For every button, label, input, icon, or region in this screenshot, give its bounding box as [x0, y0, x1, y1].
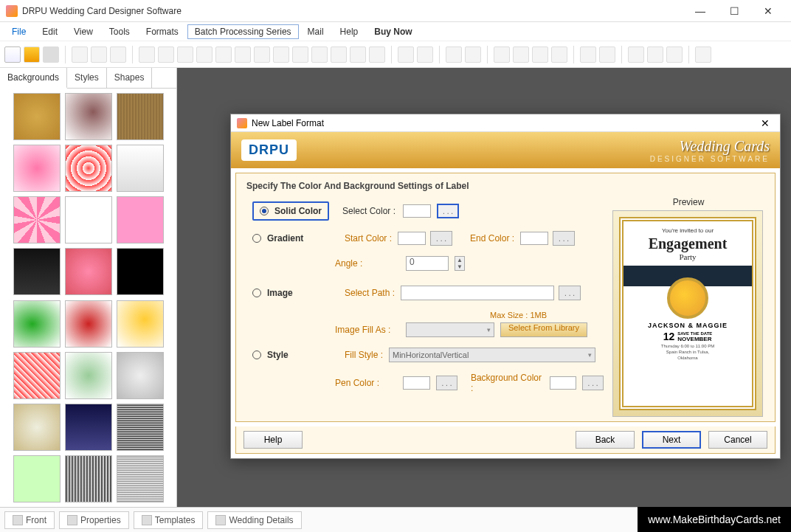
maximize-button[interactable]: ☐ — [717, 0, 751, 22]
angle-input[interactable]: 0 — [406, 256, 449, 271]
align-left-icon[interactable] — [494, 46, 510, 63]
tab-shapes[interactable]: Shapes — [107, 68, 153, 88]
image-fill-select[interactable]: ▾ — [406, 322, 494, 337]
save-icon[interactable] — [72, 46, 88, 63]
save-as-icon[interactable] — [91, 46, 107, 63]
bg-thumb[interactable] — [65, 196, 112, 243]
zoom-icon[interactable] — [695, 46, 711, 63]
menu-view[interactable]: View — [66, 24, 100, 39]
image-icon[interactable] — [254, 46, 270, 63]
radio-solid-color[interactable] — [260, 207, 269, 215]
tab-backgrounds[interactable]: Backgrounds — [0, 68, 67, 89]
mail-icon[interactable] — [369, 46, 385, 63]
menu-tools[interactable]: Tools — [102, 24, 137, 39]
menu-batch-processing[interactable]: Batch Processing Series — [187, 24, 299, 39]
bg-thumb[interactable] — [65, 352, 112, 399]
menu-edit[interactable]: Edit — [35, 24, 65, 39]
help-button[interactable]: Help — [243, 431, 303, 449]
path-input[interactable] — [401, 286, 554, 300]
pen-color-picker-button[interactable]: . . . — [436, 376, 457, 390]
bg-thumb[interactable] — [117, 145, 164, 192]
bg-thumb[interactable] — [117, 300, 164, 348]
bg-thumb[interactable] — [65, 455, 112, 502]
select-from-library-button[interactable]: Select From Library — [500, 322, 587, 337]
bg-thumb[interactable] — [65, 404, 112, 451]
bg-thumb[interactable] — [117, 248, 164, 295]
bg-thumb[interactable] — [65, 300, 112, 348]
dialog-close-button[interactable]: ✕ — [756, 117, 774, 129]
radio-image[interactable] — [252, 289, 261, 297]
solid-color-picker-button[interactable]: . . . — [437, 204, 459, 218]
paste-icon[interactable] — [196, 46, 213, 63]
bg-thumb[interactable] — [13, 248, 61, 295]
bg-thumb[interactable] — [13, 93, 61, 140]
undo-icon[interactable] — [446, 46, 462, 63]
bg-thumb[interactable] — [13, 404, 61, 451]
tab-properties[interactable]: Properties — [59, 511, 129, 529]
watermark-icon[interactable] — [331, 46, 347, 63]
bg-thumb[interactable] — [117, 196, 164, 243]
close-doc-icon[interactable] — [43, 46, 59, 63]
angle-spinner[interactable]: ▲▼ — [455, 256, 465, 271]
bg-thumb[interactable] — [65, 248, 112, 295]
cancel-button[interactable]: Cancel — [708, 431, 767, 449]
group-icon[interactable] — [551, 46, 567, 63]
next-button[interactable]: Next — [642, 431, 701, 449]
database-icon[interactable] — [398, 46, 414, 63]
barcode-icon[interactable] — [292, 46, 308, 63]
bg-color-picker-button[interactable]: . . . — [582, 376, 604, 390]
bg-thumb[interactable] — [13, 352, 61, 399]
send-back-icon[interactable] — [599, 46, 615, 63]
bg-thumb[interactable] — [117, 93, 164, 140]
menu-file[interactable]: File — [4, 24, 33, 39]
pen-icon[interactable] — [235, 46, 251, 63]
open-icon[interactable] — [24, 46, 40, 63]
dialog-icon — [237, 118, 247, 128]
bg-thumb[interactable] — [117, 352, 164, 399]
copy-icon[interactable] — [177, 46, 193, 63]
bg-thumb[interactable] — [13, 196, 61, 243]
align-right-icon[interactable] — [532, 46, 548, 63]
menu-mail[interactable]: Mail — [300, 24, 331, 39]
export-icon[interactable] — [110, 46, 126, 63]
data-icon[interactable] — [417, 46, 433, 63]
bg-thumb[interactable] — [13, 300, 61, 348]
menu-help[interactable]: Help — [333, 24, 366, 39]
tab-templates[interactable]: Templates — [134, 511, 204, 529]
fill-style-select[interactable]: MinHorizontalVertical▾ — [389, 348, 595, 362]
redo-icon[interactable] — [465, 46, 481, 63]
print-icon[interactable] — [158, 46, 174, 63]
menu-buy-now[interactable]: Buy Now — [367, 24, 419, 39]
print-setup-icon[interactable] — [139, 46, 155, 63]
bg-thumb[interactable] — [13, 145, 61, 192]
shape-icon[interactable] — [273, 46, 289, 63]
cut-icon[interactable] — [215, 46, 232, 63]
text-icon[interactable] — [311, 46, 328, 63]
tab-wedding-details[interactable]: Wedding Details — [207, 511, 301, 529]
wedding-icon — [215, 515, 226, 525]
label-select-color: Select Color : — [342, 206, 396, 216]
actual-icon[interactable] — [666, 46, 683, 63]
grid-icon[interactable] — [628, 46, 644, 63]
start-color-picker-button[interactable]: . . . — [430, 231, 452, 246]
radio-gradient[interactable] — [252, 234, 261, 243]
browse-path-button[interactable]: . . . — [559, 286, 581, 300]
back-button[interactable]: Back — [576, 431, 635, 449]
menu-formats[interactable]: Formats — [139, 24, 186, 39]
bring-front-icon[interactable] — [580, 46, 596, 63]
bg-thumb[interactable] — [65, 93, 112, 140]
end-color-picker-button[interactable]: . . . — [553, 231, 575, 246]
align-center-icon[interactable] — [513, 46, 529, 63]
close-button[interactable]: ✕ — [751, 0, 785, 22]
signature-icon[interactable] — [350, 46, 366, 63]
minimize-button[interactable]: — — [683, 0, 717, 22]
bg-thumb[interactable] — [117, 455, 164, 502]
tab-front[interactable]: Front — [4, 511, 55, 529]
fit-icon[interactable] — [647, 46, 663, 63]
bg-thumb[interactable] — [65, 145, 112, 192]
new-icon[interactable] — [4, 46, 21, 63]
bg-thumb[interactable] — [117, 404, 164, 451]
tab-styles[interactable]: Styles — [67, 68, 107, 88]
bg-thumb[interactable] — [13, 455, 61, 502]
radio-style[interactable] — [252, 350, 261, 359]
